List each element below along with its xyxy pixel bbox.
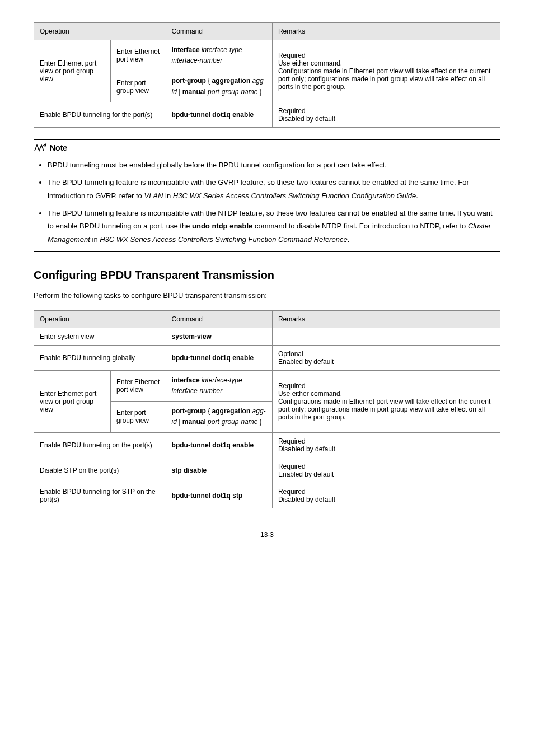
required-label: Required xyxy=(278,437,306,445)
pipe: | xyxy=(177,88,182,96)
note-icon xyxy=(34,143,47,153)
sysview-cmd: system-view xyxy=(166,328,272,345)
note-italic: H3C WX Series Access Controllers Switchi… xyxy=(173,192,416,200)
table-row: Disable STP on the port(s) stp disable R… xyxy=(34,458,500,483)
enable-bpdu-remarks: Required Disabled by default xyxy=(272,102,500,127)
disable-stp-cmd: stp disable xyxy=(166,458,272,483)
cmd-portgroup: port-group xyxy=(172,407,206,415)
required-label: Required xyxy=(278,52,306,59)
note-list: BPDU tunneling must be enabled globally … xyxy=(34,158,500,246)
enable-stp-remarks: Required Disabled by default xyxy=(272,483,500,508)
enable-bpdu-label: Enable BPDU tunneling for the port(s) xyxy=(34,102,166,127)
col-operation: Operation xyxy=(34,23,166,40)
port-group-label: Enter port group view xyxy=(111,71,166,102)
note-italic: VLAN xyxy=(144,192,163,200)
sysview-dash: — xyxy=(272,328,500,345)
cmd-portgroup: port-group xyxy=(172,77,206,85)
col-command: Command xyxy=(166,23,272,40)
table-row: Enter system view system-view — xyxy=(34,328,500,345)
enabled-label: Enabled by default xyxy=(278,470,334,478)
enable-on-remarks: Required Disabled by default xyxy=(272,432,500,458)
global-remarks: Optional Enabled by default xyxy=(272,345,500,370)
enable-stp-label: Enable BPDU tunneling for STP on the por… xyxy=(34,483,166,508)
required-label: Required xyxy=(278,488,306,496)
cmd-groupname: port-group-name xyxy=(208,88,257,96)
note-italic: H3C WX Series Access Controllers Switchi… xyxy=(100,235,347,244)
disabled-label: Disabled by default xyxy=(278,445,335,453)
note-text: command to disable NTDP first. For intro… xyxy=(252,222,468,230)
eth-port-view-label: Enter Ethernet port view xyxy=(111,370,166,401)
note-label: Note xyxy=(50,143,67,152)
cmd-agg: aggregation xyxy=(210,407,252,415)
note-text: . xyxy=(348,235,350,244)
col-command: Command xyxy=(166,310,272,328)
note-item: BPDU tunneling must be enabled globally … xyxy=(48,158,500,171)
note-item: The BPDU tunneling feature is incompatib… xyxy=(48,207,500,246)
eth-remarks: Required Use either command. Configurati… xyxy=(272,370,500,432)
use-either-label: Use either command. xyxy=(278,59,342,67)
close-brace: } xyxy=(257,418,261,426)
enabled-label: Enabled by default xyxy=(278,358,334,366)
enable-on-cmd: bpdu-tunnel dot1q enable xyxy=(166,432,272,458)
disabled-label: Disabled by default xyxy=(278,115,335,123)
table-bpdu-transparent: Operation Command Remarks Enter system v… xyxy=(34,310,500,508)
port-group-cmd: port-group { aggregation agg-id | manual… xyxy=(166,71,272,102)
config-desc: Configurations made in Ethernet port vie… xyxy=(278,67,490,91)
table-row: Enter Ethernet port view or port group v… xyxy=(34,370,500,401)
config-desc: Configurations made in Ethernet port vie… xyxy=(278,398,490,421)
note-text: in xyxy=(90,235,100,244)
table-row: Enable BPDU tunneling for STP on the por… xyxy=(34,483,500,508)
enable-stp-cmd: bpdu-tunnel dot1q stp xyxy=(166,483,272,508)
cmd-interface: interface xyxy=(172,376,200,384)
eth-remarks: Required Use either command. Configurati… xyxy=(272,40,500,102)
disable-stp-remarks: Required Enabled by default xyxy=(272,458,500,483)
required-label: Required xyxy=(278,382,306,390)
enable-on-label: Enable BPDU tunneling on the port(s) xyxy=(34,432,166,458)
close-brace: } xyxy=(257,88,261,96)
global-cmd: bpdu-tunnel dot1q enable xyxy=(166,345,272,370)
note-separator-top xyxy=(34,139,500,140)
disable-stp-label: Disable STP on the port(s) xyxy=(34,458,166,483)
table-header-row: Operation Command Remarks xyxy=(34,310,500,328)
eth-cmd: interface interface-type interface-numbe… xyxy=(166,370,272,401)
eth-cmd: interface interface-type interface-numbe… xyxy=(166,40,272,71)
note-header: Note xyxy=(34,143,500,153)
enable-bpdu-cmd: bpdu-tunnel dot1q enable xyxy=(166,102,272,127)
cmd-manual: manual xyxy=(182,88,208,96)
page-number: 13-3 xyxy=(34,531,500,539)
pipe: | xyxy=(177,418,182,426)
note-bold: undo ntdp enable xyxy=(192,222,252,230)
enter-view-cell: Enter Ethernet port view or port group v… xyxy=(34,370,111,432)
port-group-cmd: port-group { aggregation agg-id | manual… xyxy=(166,402,272,432)
table-row: Enable BPDU tunneling on the port(s) bpd… xyxy=(34,432,500,458)
table-row: Enable BPDU tunneling globally bpdu-tunn… xyxy=(34,345,500,370)
optional-label: Optional xyxy=(278,350,303,358)
port-group-label: Enter port group view xyxy=(111,402,166,432)
enter-view-cell: Enter Ethernet port view or port group v… xyxy=(34,40,111,102)
note-item: The BPDU tunneling feature is incompatib… xyxy=(48,176,500,202)
use-either-label: Use either command. xyxy=(278,390,342,398)
note-separator-bottom xyxy=(34,251,500,252)
cmd-interface: interface xyxy=(172,46,200,54)
table-header-row: Operation Command Remarks xyxy=(34,23,500,40)
col-operation: Operation xyxy=(34,310,166,328)
required-label: Required xyxy=(278,463,306,470)
disabled-label: Disabled by default xyxy=(278,496,335,503)
section-title: Configuring BPDU Transparent Transmissio… xyxy=(34,269,500,282)
table-row: Enter Ethernet port view or port group v… xyxy=(34,40,500,71)
cmd-manual: manual xyxy=(182,418,208,426)
col-remarks: Remarks xyxy=(272,23,500,40)
sysview-label: Enter system view xyxy=(34,328,166,345)
note-text: . xyxy=(416,192,418,200)
cmd-groupname: port-group-name xyxy=(208,418,257,426)
eth-port-view-label: Enter Ethernet port view xyxy=(111,40,166,71)
global-label: Enable BPDU tunneling globally xyxy=(34,345,166,370)
section-subtext: Perform the following tasks to configure… xyxy=(34,290,500,302)
col-remarks: Remarks xyxy=(272,310,500,328)
note-text: in xyxy=(163,192,172,200)
required-label: Required xyxy=(278,107,306,115)
note-text: BPDU tunneling must be enabled globally … xyxy=(48,161,387,169)
table-bpdu-tunneling: Operation Command Remarks Enter Ethernet… xyxy=(34,22,500,128)
cmd-agg: aggregation xyxy=(210,77,252,85)
table-row: Enable BPDU tunneling for the port(s) bp… xyxy=(34,102,500,127)
